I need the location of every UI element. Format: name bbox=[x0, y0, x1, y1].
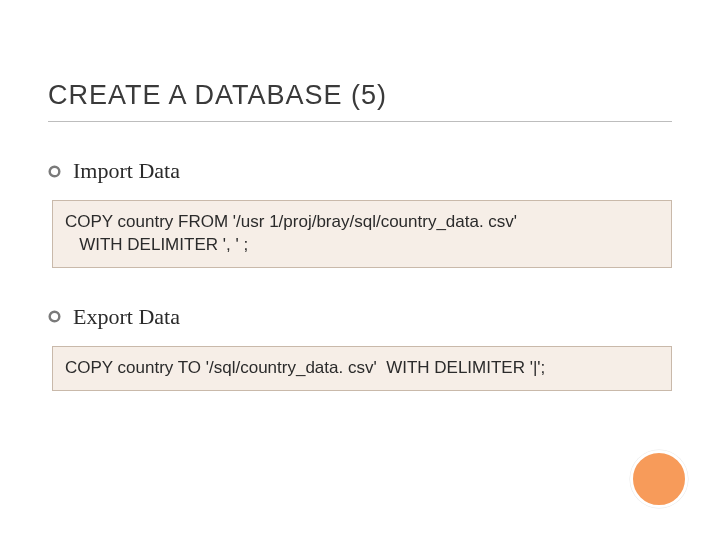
bullet-label: Import Data bbox=[73, 158, 180, 184]
accent-circle-icon bbox=[630, 450, 688, 508]
page-title: CREATE A DATABASE (5) bbox=[48, 80, 672, 122]
code-block-export: COPY country TO '/sql/country_data. csv'… bbox=[52, 346, 672, 391]
bullet-export: Export Data bbox=[48, 304, 672, 330]
svg-point-1 bbox=[50, 312, 60, 322]
bullet-label: Export Data bbox=[73, 304, 180, 330]
bullet-import: Import Data bbox=[48, 158, 672, 184]
svg-point-0 bbox=[50, 166, 60, 176]
slide: CREATE A DATABASE (5) Import Data COPY c… bbox=[0, 0, 720, 540]
code-block-import: COPY country FROM '/usr 1/proj/bray/sql/… bbox=[52, 200, 672, 268]
donut-bullet-icon bbox=[48, 165, 61, 178]
donut-bullet-icon bbox=[48, 310, 61, 323]
